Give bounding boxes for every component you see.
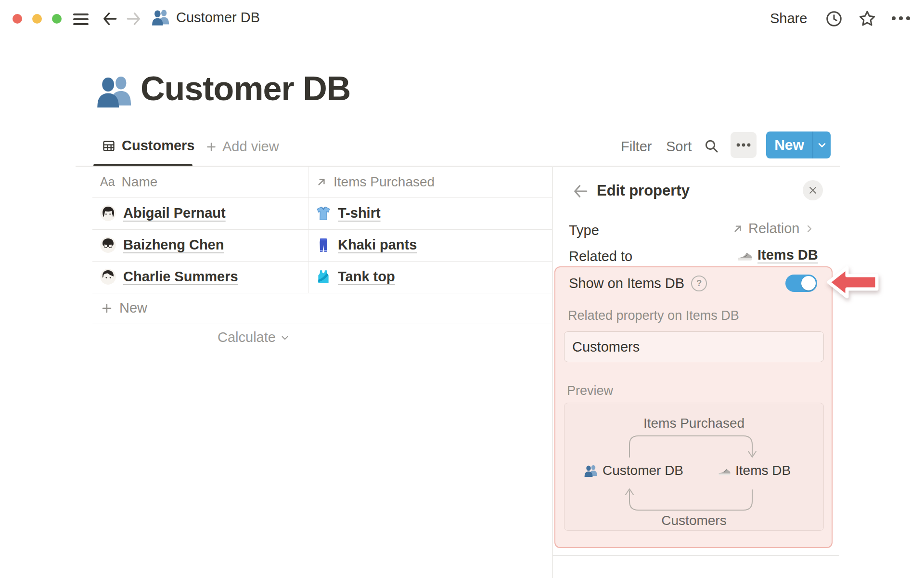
notion-window: Customer DB Share Customer DB Customers: [0, 0, 924, 578]
relation-preview: Items Purchased Customer DB Items DB Cus…: [564, 403, 824, 531]
hamburger-icon: [72, 13, 90, 26]
help-icon[interactable]: ?: [691, 276, 707, 291]
cell-name[interactable]: Charlie Summers: [92, 261, 308, 293]
relation-value[interactable]: Tank top: [338, 269, 395, 285]
title-icon: Aa: [100, 175, 115, 188]
tab-label: Customers: [122, 138, 195, 154]
traffic-light-minimize[interactable]: [32, 14, 42, 24]
record-name[interactable]: Abigail Pernaut: [123, 205, 226, 221]
calculate-label: Calculate: [218, 329, 276, 345]
cell-items-purchased[interactable]: T-shirt: [308, 197, 552, 229]
related-to-label: Related to: [569, 249, 632, 264]
filter-button[interactable]: Filter: [621, 139, 652, 155]
chevron-down-icon: [816, 139, 828, 151]
type-label: Type: [569, 223, 599, 238]
updates-button[interactable]: [825, 10, 843, 28]
forward-button[interactable]: [125, 11, 142, 27]
calculate-button[interactable]: Calculate: [218, 329, 290, 345]
table-new-row-button[interactable]: New: [92, 293, 552, 324]
search-button[interactable]: [704, 138, 719, 154]
type-value-button[interactable]: Relation: [732, 221, 815, 236]
panel-back-button[interactable]: [572, 183, 589, 199]
panel-border: [552, 166, 553, 578]
annotation-arrow-icon: [826, 263, 881, 302]
sort-button[interactable]: Sort: [666, 139, 692, 155]
add-view-button[interactable]: Add view: [205, 139, 279, 155]
new-button[interactable]: New: [766, 131, 812, 158]
plus-icon: [100, 302, 114, 315]
preview-left-db: Customer DB: [584, 463, 683, 478]
back-button[interactable]: [101, 11, 118, 27]
traffic-light-zoom[interactable]: [52, 14, 62, 24]
record-name[interactable]: Charlie Summers: [123, 269, 238, 285]
record-name[interactable]: Baizheng Chen: [123, 237, 224, 253]
breadcrumb-title: Customer DB: [176, 10, 260, 26]
star-icon: [858, 9, 877, 28]
show-on-items-db-toggle[interactable]: [785, 275, 817, 292]
close-icon: [808, 185, 818, 195]
avatar: [100, 269, 116, 285]
table-view-icon: [102, 139, 116, 153]
tanktop-icon: [315, 269, 332, 285]
panel-close-button[interactable]: [803, 180, 823, 200]
sidebar-menu-button[interactable]: [72, 13, 90, 26]
new-row-label: New: [119, 300, 147, 316]
people-icon: [584, 464, 598, 477]
page-more-button[interactable]: [890, 14, 911, 22]
column-label: Name: [122, 174, 158, 190]
sneaker-icon: [736, 247, 753, 263]
ellipsis-icon: [890, 14, 911, 22]
people-icon: [95, 74, 134, 109]
search-icon: [704, 138, 719, 154]
plus-icon: [205, 141, 218, 153]
avatar: [100, 205, 116, 221]
type-value: Relation: [748, 221, 799, 236]
panel-title: Edit property: [597, 182, 690, 199]
cell-items-purchased[interactable]: Khaki pants: [308, 229, 552, 261]
table-row: Baizheng Chen Khaki pants: [92, 229, 552, 262]
new-dropdown-button[interactable]: [812, 131, 831, 158]
relation-icon: [315, 176, 328, 188]
page-title: Customer DB: [141, 69, 350, 108]
show-on-label: Show on Items DB: [569, 276, 684, 291]
chevron-right-icon: [804, 223, 815, 235]
related-to-value: Items DB: [757, 247, 818, 263]
back-arrow-icon: [101, 11, 118, 27]
breadcrumb[interactable]: Customer DB: [151, 9, 260, 26]
related-property-label: Related property on Items DB: [568, 308, 739, 323]
clock-icon: [825, 10, 843, 28]
traffic-light-close[interactable]: [13, 14, 22, 24]
page-icon[interactable]: [95, 74, 134, 109]
preview-right-db-name: Items DB: [735, 463, 791, 478]
ellipsis-icon: [736, 143, 751, 147]
tab-customers[interactable]: Customers: [102, 138, 195, 154]
chevron-down-icon: [280, 332, 290, 343]
view-options-button[interactable]: [731, 132, 757, 158]
avatar: [100, 237, 116, 253]
forward-arrow-icon: [125, 11, 142, 27]
preview-right-db: Items DB: [718, 463, 791, 478]
panel-section-divider: [552, 555, 839, 556]
relation-value[interactable]: Khaki pants: [338, 237, 417, 253]
tshirt-icon: [315, 205, 332, 222]
relation-value[interactable]: T-shirt: [338, 205, 381, 221]
share-button[interactable]: Share: [770, 11, 807, 26]
related-to-value-button[interactable]: Items DB: [736, 247, 818, 263]
preview-bottom-relation: Customers: [565, 513, 823, 528]
new-record-split-button: New: [766, 131, 831, 158]
back-arrow-icon: [572, 183, 589, 199]
preview-label: Preview: [567, 383, 613, 398]
cell-items-purchased[interactable]: Tank top: [308, 261, 552, 293]
toggle-knob: [801, 276, 816, 290]
jeans-icon: [315, 237, 332, 253]
table-header-row: Aa Name Items Purchased: [92, 167, 552, 198]
favorite-button[interactable]: [858, 9, 877, 28]
column-header-name[interactable]: Aa Name: [92, 167, 308, 197]
cell-name[interactable]: Baizheng Chen: [92, 229, 308, 261]
related-property-input[interactable]: [564, 331, 824, 362]
cell-name[interactable]: Abigail Pernaut: [92, 197, 308, 229]
column-header-items-purchased[interactable]: Items Purchased: [308, 167, 552, 197]
show-on-items-db-row: Show on Items DB ?: [569, 276, 707, 291]
table-row: Abigail Pernaut T-shirt: [92, 197, 552, 230]
relation-icon: [732, 223, 744, 235]
